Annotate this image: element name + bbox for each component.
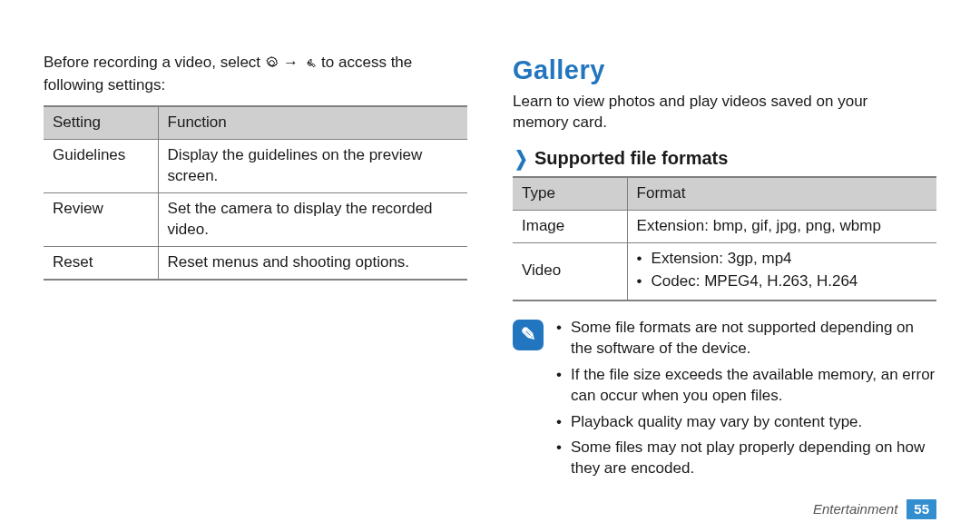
- table-row: Image Extension: bmp, gif, jpg, png, wbm…: [513, 210, 936, 242]
- col-header-format: Format: [627, 177, 936, 210]
- intro-line-1: Before recording a video, select → to ac…: [44, 53, 467, 74]
- page-footer: Entertainment 55: [813, 499, 936, 519]
- table-row: Reset Reset menus and shooting options.: [44, 246, 467, 279]
- cell-setting: Guidelines: [44, 139, 158, 192]
- list-item: Some file formats are not supported depe…: [556, 318, 936, 360]
- note-icon: ✎: [513, 320, 544, 350]
- intro-line-2: following settings:: [44, 75, 467, 96]
- subsection-heading: ❯ Supported file formats: [513, 146, 936, 171]
- table-row: Guidelines Display the guidelines on the…: [44, 139, 467, 192]
- section-lead: Learn to view photos and play videos sav…: [513, 92, 936, 133]
- list-item: Playback quality may vary by content typ…: [556, 412, 936, 433]
- intro-arrow: →: [283, 53, 299, 74]
- table-header-row: Setting Function: [44, 106, 467, 139]
- cell-function: Display the guidelines on the preview sc…: [158, 139, 467, 192]
- intro-text-1c: to access the: [321, 53, 412, 74]
- col-header-function: Function: [158, 106, 467, 139]
- wrench-icon: [302, 53, 318, 74]
- cell-function: Set the camera to display the recorded v…: [158, 192, 467, 246]
- list-item: If the file size exceeds the available m…: [556, 365, 936, 407]
- list-item: Some files may not play properly dependi…: [556, 438, 936, 479]
- cell-setting: Reset: [44, 246, 158, 279]
- pencil-icon: ✎: [521, 322, 536, 347]
- col-header-type: Type: [513, 177, 627, 210]
- settings-table: Setting Function Guidelines Display the …: [44, 105, 467, 281]
- cell-function: Reset menus and shooting options.: [158, 246, 467, 279]
- col-header-setting: Setting: [44, 106, 158, 139]
- intro-text-1a: Before recording a video, select: [44, 53, 260, 74]
- formats-table: Type Format Image Extension: bmp, gif, j…: [513, 176, 936, 301]
- footer-category: Entertainment: [813, 500, 897, 518]
- page: Before recording a video, select → to ac…: [0, 0, 980, 532]
- cell-format: Extension: bmp, gif, jpg, png, wbmp: [627, 210, 936, 242]
- table-row: Review Set the camera to display the rec…: [44, 192, 467, 246]
- list-item: Codec: MPEG4, H.263, H.264: [637, 271, 927, 292]
- right-column: Gallery Learn to view photos and play vi…: [509, 53, 936, 516]
- cell-setting: Review: [44, 192, 158, 246]
- cell-format-video: Extension: 3gp, mp4 Codec: MPEG4, H.263,…: [627, 242, 936, 300]
- section-title: Gallery: [513, 53, 936, 88]
- video-format-list: Extension: 3gp, mp4 Codec: MPEG4, H.263,…: [637, 249, 927, 292]
- section-lead-line2: memory card.: [513, 113, 607, 131]
- cell-type: Video: [513, 242, 627, 300]
- note-list: Some file formats are not supported depe…: [556, 318, 936, 486]
- table-row: Video Extension: 3gp, mp4 Codec: MPEG4, …: [513, 242, 936, 300]
- subsection-title: Supported file formats: [534, 146, 728, 171]
- list-item: Extension: 3gp, mp4: [637, 249, 927, 270]
- cell-type: Image: [513, 210, 627, 242]
- table-header-row: Type Format: [513, 177, 936, 210]
- page-number: 55: [906, 499, 936, 519]
- chevron-right-icon: ❯: [514, 149, 527, 169]
- note-block: ✎ Some file formats are not supported de…: [513, 318, 936, 486]
- left-column: Before recording a video, select → to ac…: [44, 53, 471, 516]
- section-lead-line1: Learn to view photos and play videos sav…: [513, 93, 867, 110]
- gear-icon: [264, 53, 279, 74]
